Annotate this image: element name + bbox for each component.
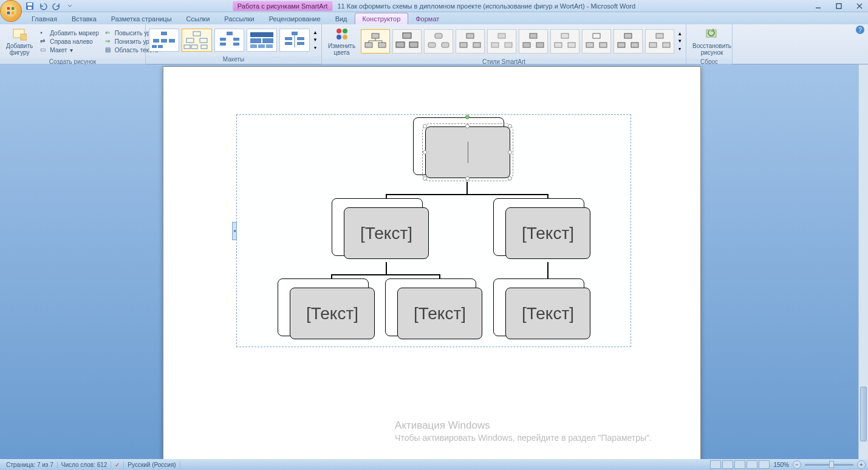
qat-customize[interactable] xyxy=(64,1,75,11)
tab-view[interactable]: Вид xyxy=(328,13,355,24)
view-draft[interactable] xyxy=(759,460,770,469)
save-button[interactable] xyxy=(24,1,35,11)
zoom-slider-thumb[interactable] xyxy=(829,461,834,468)
status-words[interactable]: Число слов: 612 xyxy=(58,461,112,468)
view-outline[interactable] xyxy=(747,460,757,469)
rotate-handle-icon[interactable] xyxy=(465,115,470,119)
style-thumb-1[interactable] xyxy=(361,29,390,54)
view-full-screen[interactable] xyxy=(722,460,733,469)
minimize-button[interactable] xyxy=(812,1,824,11)
node-b1-text: [Текст] xyxy=(522,304,574,323)
tab-home[interactable]: Главная xyxy=(24,13,64,24)
status-language[interactable]: Русский (Россия) xyxy=(124,461,180,468)
demote-icon: ⇒ xyxy=(105,38,112,45)
tab-references[interactable]: Ссылки xyxy=(179,13,217,24)
close-button[interactable] xyxy=(853,1,866,11)
group-label-layouts: Макеты xyxy=(146,56,321,64)
add-shape-button[interactable]: Добавить фигуру xyxy=(2,26,36,57)
style-thumb-2[interactable] xyxy=(392,29,422,54)
view-web-layout[interactable] xyxy=(734,460,745,469)
layout-thumb-1[interactable] xyxy=(149,29,179,52)
layouts-scroll-down[interactable]: ▼ xyxy=(312,37,319,43)
node-b-text: [Текст] xyxy=(522,224,574,243)
help-button[interactable]: ? xyxy=(856,26,864,34)
svg-rect-47 xyxy=(372,33,379,38)
add-bullet-button[interactable]: ▪Добавить маркер xyxy=(38,29,101,37)
style-thumb-4[interactable] xyxy=(456,29,485,54)
layout-thumb-4[interactable] xyxy=(247,29,277,52)
svg-rect-71 xyxy=(568,43,575,47)
reset-icon xyxy=(705,27,719,41)
layout-thumb-3[interactable] xyxy=(214,29,245,52)
redo-button[interactable] xyxy=(51,1,62,11)
svg-rect-31 xyxy=(250,32,273,37)
svg-rect-72 xyxy=(593,33,600,38)
style-thumb-7[interactable] xyxy=(550,29,579,54)
maximize-button[interactable] xyxy=(833,1,845,11)
svg-rect-68 xyxy=(536,43,544,47)
text-pane-toggle[interactable]: ◂ xyxy=(232,222,237,240)
svg-rect-20 xyxy=(193,32,200,36)
group-styles: Изменить цвета ▲ ▼ ▾ Стили SmartArt xyxy=(322,24,686,64)
zoom-slider[interactable] xyxy=(805,464,853,466)
zoom-in-button[interactable]: + xyxy=(857,460,866,469)
document-area: ◂ xyxy=(0,64,868,459)
style-thumb-8[interactable] xyxy=(582,29,611,54)
node-a-text: [Текст] xyxy=(360,224,412,243)
style-thumb-9[interactable] xyxy=(613,29,643,54)
svg-rect-23 xyxy=(184,45,190,49)
svg-rect-13 xyxy=(21,34,27,40)
svg-rect-27 xyxy=(220,38,226,41)
style-thumb-3[interactable] xyxy=(424,29,453,54)
styles-scroll-up[interactable]: ▲ xyxy=(676,31,683,36)
layout-menu-button[interactable]: ▭Макет ▾ xyxy=(38,46,101,54)
svg-rect-65 xyxy=(505,43,512,47)
tab-mailings[interactable]: Рассылки xyxy=(217,13,261,24)
style-thumb-6[interactable] xyxy=(519,29,548,54)
layouts-scroll-up[interactable]: ▲ xyxy=(312,30,319,35)
palette-icon xyxy=(335,27,349,41)
zoom-level[interactable]: 150% xyxy=(773,461,789,468)
svg-rect-69 xyxy=(561,33,569,38)
styles-scroll-down[interactable]: ▼ xyxy=(676,38,683,44)
office-button[interactable] xyxy=(0,0,22,22)
reset-graphic-button[interactable]: Восстановить рисунок xyxy=(689,26,735,57)
status-proofing[interactable]: ✓ xyxy=(111,461,124,468)
status-page[interactable]: Страница: 7 из 7 xyxy=(2,461,58,468)
svg-rect-15 xyxy=(153,39,159,43)
svg-rect-19 xyxy=(158,45,163,48)
svg-rect-55 xyxy=(396,42,405,47)
tab-design[interactable]: Конструктор xyxy=(355,13,409,24)
tab-pagelayout[interactable]: Разметка страницы xyxy=(104,13,179,24)
tab-review[interactable]: Рецензирование xyxy=(262,13,328,24)
rtl-button[interactable]: ⇄Справа налево xyxy=(38,37,101,46)
layout-thumb-5[interactable] xyxy=(279,29,310,52)
view-print-layout[interactable] xyxy=(710,460,721,469)
connector xyxy=(331,274,440,275)
svg-rect-58 xyxy=(428,43,436,47)
style-thumb-5[interactable] xyxy=(487,29,516,54)
tab-insert[interactable]: Вставка xyxy=(64,13,104,24)
styles-more[interactable]: ▾ xyxy=(676,46,683,52)
vertical-scrollbar[interactable] xyxy=(858,64,868,459)
scrollbar-thumb[interactable] xyxy=(860,387,867,441)
connector xyxy=(386,262,387,274)
svg-rect-73 xyxy=(586,43,593,47)
zoom-out-button[interactable]: − xyxy=(793,460,801,469)
undo-button[interactable] xyxy=(38,1,49,11)
layouts-more[interactable]: ▾ xyxy=(312,45,319,50)
layout-thumb-2[interactable] xyxy=(182,29,212,52)
tab-format[interactable]: Формат xyxy=(408,13,446,24)
change-colors-button[interactable]: Изменить цвета xyxy=(324,26,359,57)
svg-rect-67 xyxy=(523,43,530,47)
style-thumb-10[interactable] xyxy=(645,29,674,54)
svg-rect-7 xyxy=(28,7,32,9)
svg-rect-28 xyxy=(233,38,239,41)
svg-rect-39 xyxy=(297,37,304,40)
page[interactable]: ◂ xyxy=(163,66,701,459)
svg-rect-63 xyxy=(498,33,505,38)
text-pane-icon: ▤ xyxy=(105,46,112,54)
svg-rect-76 xyxy=(618,43,625,47)
svg-rect-57 xyxy=(435,33,442,38)
smartart-frame[interactable]: ◂ xyxy=(236,114,631,347)
